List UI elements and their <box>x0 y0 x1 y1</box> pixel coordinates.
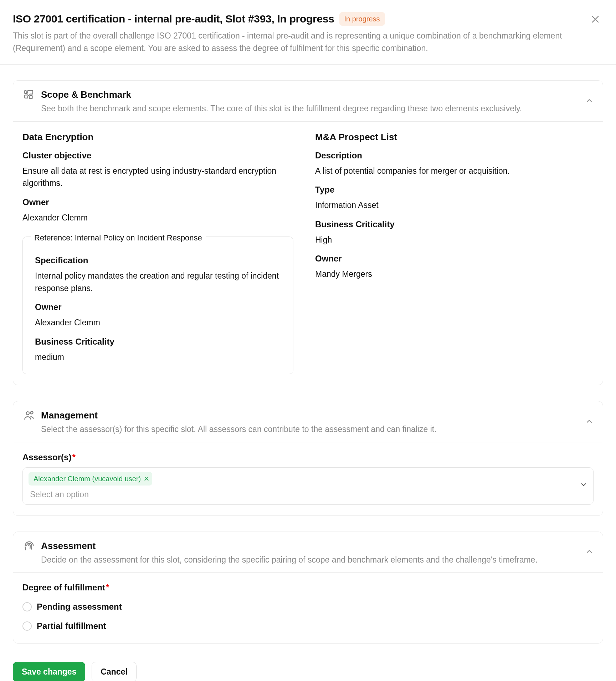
scope-type-label: Type <box>315 183 594 196</box>
reference-spec-value: Internal policy mandates the creation an… <box>35 270 281 294</box>
benchmark-owner-label: Owner <box>22 196 301 209</box>
reference-spec-label: Specification <box>35 254 281 267</box>
scope-desc-label: Description <box>315 149 594 162</box>
svg-point-2 <box>26 412 30 415</box>
radio-input[interactable] <box>22 602 32 611</box>
radio-input[interactable] <box>22 621 32 631</box>
reference-owner-label: Owner <box>35 301 281 314</box>
radio-label: Partial fulfillment <box>37 620 106 632</box>
page-subtitle: This slot is part of the overall challen… <box>13 30 565 54</box>
assessor-chip: Alexander Clemm (vucavoid user) <box>29 472 152 486</box>
scope-collapse-toggle[interactable] <box>585 96 595 106</box>
scope-owner-value: Mandy Mergers <box>315 268 594 280</box>
management-collapse-toggle[interactable] <box>585 417 595 427</box>
assessors-input[interactable] <box>27 487 586 504</box>
radio-option-partial[interactable]: Partial fulfillment <box>22 620 594 632</box>
scope-desc-value: A list of potential companies for merger… <box>315 165 594 177</box>
degree-label: Degree of fulfillment <box>22 583 105 592</box>
scope-crit-value: High <box>315 234 594 246</box>
assessment-card: Assessment Decide on the assessment for … <box>13 532 603 644</box>
chevron-down-icon <box>580 480 587 492</box>
benchmark-owner-value: Alexander Clemm <box>22 212 301 224</box>
close-icon <box>590 14 600 24</box>
close-icon <box>144 476 149 482</box>
cluster-objective-value: Ensure all data at rest is encrypted usi… <box>22 165 301 189</box>
reference-box: Reference: Internal Policy on Incident R… <box>22 237 293 374</box>
puzzle-icon <box>22 88 36 101</box>
status-badge: In progress <box>339 12 385 26</box>
benchmark-title: Data Encryption <box>22 130 301 144</box>
save-button[interactable]: Save changes <box>13 662 85 681</box>
reference-crit-label: Business Criticality <box>35 335 281 348</box>
assessors-select[interactable]: Alexander Clemm (vucavoid user) <box>22 467 594 505</box>
chevron-up-icon <box>585 96 594 105</box>
assessment-section-title: Assessment <box>41 539 538 553</box>
assessor-chip-label: Alexander Clemm (vucavoid user) <box>34 473 141 484</box>
cancel-button[interactable]: Cancel <box>92 662 136 681</box>
radio-label: Pending assessment <box>37 600 122 613</box>
page-title: ISO 27001 certification - internal pre-a… <box>13 11 334 27</box>
chevron-up-icon <box>585 547 594 556</box>
reference-owner-value: Alexander Clemm <box>35 316 281 329</box>
scope-section-title: Scope & Benchmark <box>41 88 522 102</box>
svg-point-3 <box>31 411 33 414</box>
assessor-chip-remove[interactable] <box>144 476 149 482</box>
scope-benchmark-card: Scope & Benchmark See both the benchmark… <box>13 80 603 385</box>
scope-type-value: Information Asset <box>315 199 594 212</box>
assessors-label: Assessor(s) <box>22 452 71 462</box>
users-icon <box>22 408 36 422</box>
reference-crit-value: medium <box>35 351 281 364</box>
required-indicator: * <box>106 583 109 592</box>
scope-owner-label: Owner <box>315 252 594 265</box>
fingerprint-icon <box>22 539 36 553</box>
cluster-objective-label: Cluster objective <box>22 149 301 162</box>
management-section-subtitle: Select the assessor(s) for this specific… <box>41 423 437 436</box>
close-button[interactable] <box>590 14 603 27</box>
reference-legend: Reference: Internal Policy on Incident R… <box>31 232 206 244</box>
scope-section-subtitle: See both the benchmark and scope element… <box>41 102 522 115</box>
management-card: Management Select the assessor(s) for th… <box>13 401 603 516</box>
footer-actions: Save changes Cancel <box>0 654 616 681</box>
required-indicator: * <box>72 452 75 462</box>
assessment-section-subtitle: Decide on the assessment for this slot, … <box>41 554 538 566</box>
scope-element-title: M&A Prospect List <box>315 130 594 144</box>
management-section-title: Management <box>41 408 437 422</box>
radio-option-pending[interactable]: Pending assessment <box>22 600 594 613</box>
scope-crit-label: Business Criticality <box>315 218 594 231</box>
assessment-collapse-toggle[interactable] <box>585 547 595 557</box>
chevron-up-icon <box>585 417 594 426</box>
